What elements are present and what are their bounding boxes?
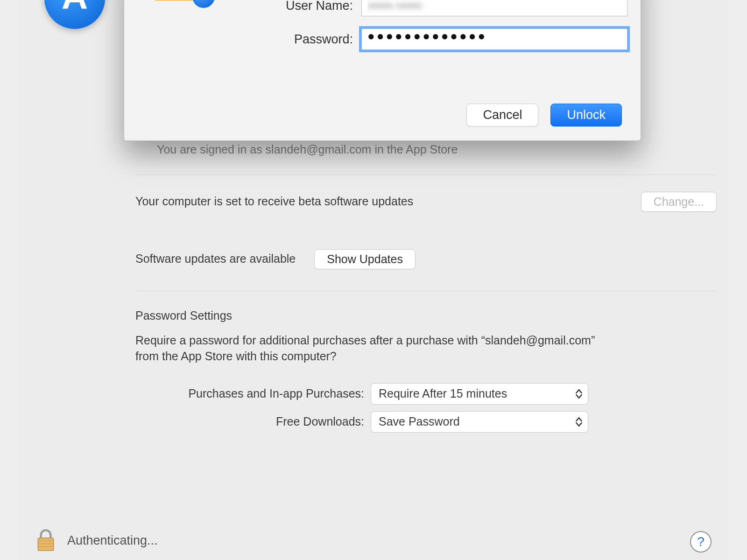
free-downloads-select[interactable]: Save Password (371, 411, 588, 433)
password-field[interactable]: ●●●●●●●●●●●●● (361, 28, 627, 50)
username-row: User Name: (194, 0, 627, 16)
help-icon: ? (697, 534, 705, 549)
show-updates-button[interactable]: Show Updates (314, 249, 416, 269)
beta-updates-row: Your computer is set to receive beta sof… (135, 192, 717, 212)
password-settings-heading: Password Settings (135, 308, 717, 324)
purchases-row: Purchases and In-app Purchases: Require … (135, 383, 717, 405)
free-downloads-label: Free Downloads: (135, 414, 371, 430)
lock-icon[interactable] (35, 528, 56, 553)
svg-rect-0 (38, 538, 53, 551)
password-label: Password: (194, 32, 361, 47)
software-updates-row: Software updates are available Show Upda… (135, 249, 717, 269)
unlock-button[interactable]: Unlock (550, 104, 622, 126)
cancel-button[interactable]: Cancel (466, 104, 538, 126)
purchases-select[interactable]: Require After 15 minutes (371, 383, 588, 405)
change-button[interactable]: Change... (641, 192, 717, 212)
purchases-label: Purchases and In-app Purchases: (135, 386, 371, 402)
username-label: User Name: (194, 0, 361, 13)
help-button[interactable]: ? (690, 531, 712, 553)
app-store-preferences-window: Automatically download apps purchased on… (19, 0, 728, 560)
password-row: Password: ●●●●●●●●●●●●● (194, 28, 627, 50)
signed-in-label: You are signed in as slandeh@gmail.com i… (157, 142, 495, 158)
software-updates-label: Software updates are available (135, 251, 296, 267)
free-downloads-select-value: Save Password (379, 414, 460, 430)
purchases-select-value: Require After 15 minutes (379, 386, 507, 402)
chevron-updown-icon (573, 413, 585, 430)
free-downloads-row: Free Downloads: Save Password (135, 411, 717, 433)
password-mask: ●●●●●●●●●●●●● (367, 29, 487, 43)
beta-updates-label: Your computer is set to receive beta sof… (135, 194, 641, 210)
chevron-updown-icon (573, 385, 585, 402)
dialog-actions: Cancel Unlock (466, 104, 622, 126)
app-store-icon (44, 0, 105, 29)
username-field[interactable] (361, 0, 627, 16)
auth-status: Authenticating... (67, 533, 158, 548)
footer: Authenticating... (19, 528, 728, 553)
divider (135, 175, 717, 175)
auth-dialog: – Enter your password to allow this. Use… (124, 0, 641, 141)
password-settings-body: Require a password for additional purcha… (135, 333, 612, 364)
divider (135, 291, 717, 291)
preferences-content: Automatically download apps purchased on… (135, 126, 717, 433)
